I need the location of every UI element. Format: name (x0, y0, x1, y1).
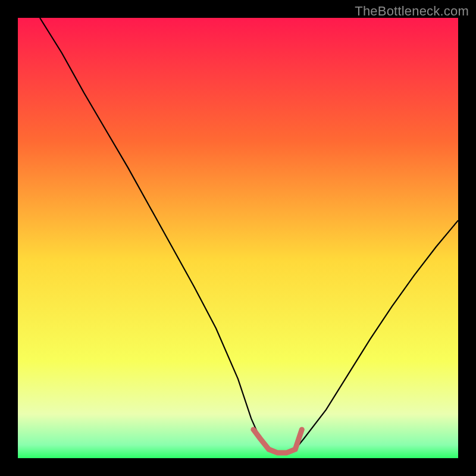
bottleneck-chart (0, 0, 476, 476)
chart-stage: TheBottleneck.com (0, 0, 476, 476)
watermark-text: TheBottleneck.com (355, 4, 469, 19)
gradient-background (18, 18, 458, 458)
